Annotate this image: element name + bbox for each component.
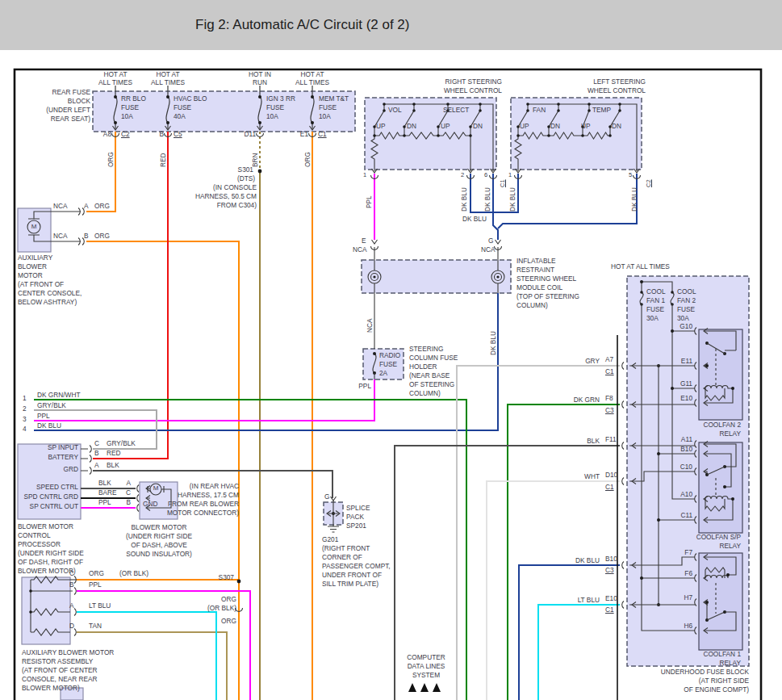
splice-s301 [258, 170, 262, 174]
left-steering-wheel-control-box [511, 98, 642, 170]
rear-fuse-block-box [93, 91, 355, 132]
wire-blk-grd [93, 471, 332, 498]
blower-motor-control-processor-box [18, 444, 81, 519]
wiring-diagram-page: Fig 2: Automatic A/C Circuit (2 of 2) [0, 0, 782, 700]
wire-tan [77, 632, 227, 700]
wire-dkblu-b10 [519, 565, 620, 700]
wire-dkgrn-f8 [508, 404, 620, 700]
ground-symbol-g201 [328, 526, 339, 532]
blower-motor-box [140, 482, 178, 519]
cutoff-box [61, 688, 83, 700]
splice-s307 [237, 580, 241, 584]
computer-data-lines [408, 683, 441, 692]
radio-fuse-holder-box [363, 349, 404, 379]
wiring-diagram-canvas [0, 0, 782, 700]
steering-wheel-coil-box [362, 260, 511, 293]
wire-ltblu-resistor [77, 612, 216, 700]
wire-dkblu-pin6 [493, 174, 498, 240]
wire-org-rrblo [86, 132, 115, 212]
wire-ppl-resistor [77, 591, 250, 700]
wires [34, 132, 637, 700]
steering-coil-internals [368, 240, 504, 349]
component-boxes [18, 91, 749, 700]
aux-blower-resistor-box [22, 577, 70, 644]
wire-wht-d10 [487, 481, 620, 700]
wire-dkblu-u [470, 174, 518, 212]
wire-ltblu-e10 [538, 605, 620, 700]
